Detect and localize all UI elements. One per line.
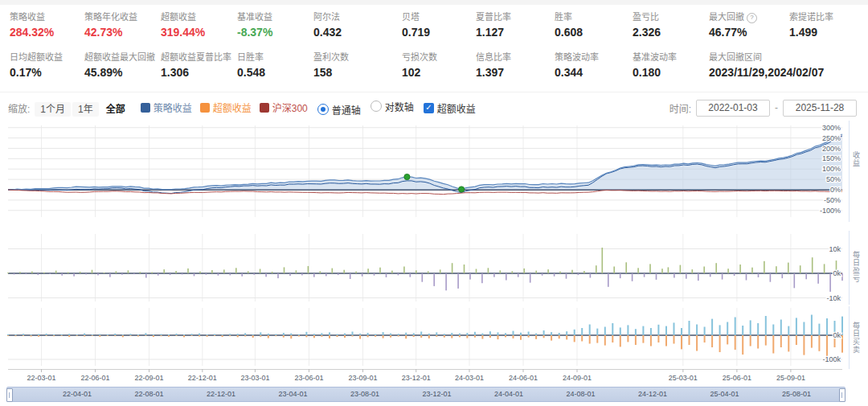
axis-mode-group: 普通轴对数轴	[308, 100, 414, 117]
zoom-button-1[interactable]: 1年	[72, 102, 99, 117]
excess-overlay-checkbox[interactable]: ✓ 超额收益	[424, 101, 476, 115]
svg-text:0k: 0k	[833, 331, 841, 339]
legend-label: 策略收益	[154, 100, 192, 114]
stat-value: 284.32%	[10, 26, 84, 39]
stats-divider	[0, 92, 868, 92]
chart-legend: 策略收益超额收益沪深300	[133, 100, 308, 115]
returns-chart-panel[interactable]: 300%250%200%150%100%50%0%-50%-100%	[0, 121, 868, 222]
time-to-input[interactable]	[783, 100, 857, 117]
slider-label-9: 25-04-01	[710, 388, 739, 401]
stat-label: 策略波动率	[555, 51, 633, 64]
legend-item-2[interactable]: 沪深300	[260, 100, 308, 114]
slider-label-7: 24-08-01	[566, 388, 595, 401]
slider-label-0: 22-04-01	[63, 388, 92, 401]
daily-trades-chart-svg[interactable]: 0k-100k	[0, 306, 868, 369]
legend-item-1[interactable]: 超额收益	[200, 100, 252, 114]
zoom-button-0[interactable]: 1个月	[35, 102, 71, 117]
stat-label: 阿尔法	[313, 10, 402, 24]
stat-label: 策略年化收益	[84, 10, 161, 24]
stat-label: 贝塔	[402, 10, 476, 24]
stat-value: 0.180	[633, 66, 709, 79]
legend-item-0[interactable]: 策略收益	[141, 100, 192, 114]
stat-label: 日胜率	[237, 51, 313, 64]
stat-row2-7: 策略波动率0.344	[555, 51, 633, 79]
stat-value: 0.719	[402, 26, 476, 39]
legend-swatch	[200, 103, 210, 113]
stat-value: 319.44%	[161, 26, 237, 39]
svg-text:-10k: -10k	[826, 294, 841, 302]
axis-mode-option-0[interactable]: 普通轴	[317, 103, 361, 117]
svg-text:22-09-01: 22-09-01	[135, 374, 164, 382]
svg-text:25-03-01: 25-03-01	[669, 374, 698, 382]
stats-row-1: 策略收益284.32%策略年化收益42.73%超额收益319.44%基准收益-8…	[0, 10, 868, 39]
daily-pnl-chart-svg[interactable]: 10k0k-10k	[0, 231, 868, 305]
stat-row1-6: 夏普比率1.127	[476, 10, 555, 39]
stats-row-2: 日均超额收益0.17%超额收益最大回撤45.89%超额收益夏普比率1.306日胜…	[0, 51, 868, 79]
time-range: 时间: -	[669, 100, 857, 117]
stat-value: 1.499	[789, 26, 868, 39]
stat-row2-8: 基准波动率0.180	[633, 51, 709, 79]
help-icon[interactable]: ?	[747, 13, 757, 23]
slider-left-handle[interactable]	[6, 388, 13, 402]
time-label: 时间:	[669, 101, 691, 115]
drawdown-marker-1[interactable]	[459, 187, 465, 192]
svg-text:22-03-01: 22-03-01	[27, 374, 56, 382]
svg-text:24-03-01: 24-03-01	[455, 374, 484, 382]
svg-text:0%: 0%	[830, 186, 841, 194]
stat-label: 超额收益最大回撤	[84, 51, 161, 64]
svg-text:22-12-01: 22-12-01	[188, 374, 217, 382]
stat-label: 夏普比率	[476, 10, 555, 24]
slider-label-10: 25-08-01	[782, 388, 811, 401]
checkbox-checked-icon: ✓	[424, 103, 434, 113]
svg-text:-100%: -100%	[820, 207, 841, 215]
radio-icon	[317, 104, 329, 115]
radio-label: 对数轴	[385, 100, 414, 113]
stat-row1-2: 超额收益319.44%	[161, 10, 237, 39]
daily-trades-axis-title: 每日买卖	[851, 322, 862, 354]
svg-text:100%: 100%	[822, 165, 841, 173]
slider-label-1: 22-08-01	[134, 388, 163, 401]
stat-row2-9: 最大回撤区间2023/11/29,2024/02/07	[709, 51, 868, 79]
stat-label: 最大回撤区间	[709, 51, 868, 64]
x-axis: 22-03-0122-06-0122-09-0122-12-0123-03-01…	[0, 369, 868, 383]
drawdown-marker-0[interactable]	[404, 174, 410, 179]
date-slider[interactable]: 22-04-0122-08-0122-12-0123-04-0123-08-01…	[6, 387, 845, 402]
stat-label: 基准收益	[237, 10, 313, 24]
daily-pnl-panel[interactable]: 10k0k-10k	[0, 231, 868, 305]
stat-value: 102	[402, 66, 476, 79]
stat-row1-3: 基准收益-8.37%	[237, 10, 313, 39]
svg-text:23-06-01: 23-06-01	[294, 374, 323, 382]
slider-label-6: 24-04-01	[494, 388, 523, 401]
slider-label-8: 24-12-01	[638, 388, 667, 401]
svg-text:23-12-01: 23-12-01	[402, 374, 431, 382]
returns-chart-svg[interactable]: 300%250%200%150%100%50%0%-50%-100%	[0, 121, 868, 222]
stat-value: 2023/11/29,2024/02/07	[709, 66, 868, 79]
zoom-button-2[interactable]: 全部	[100, 102, 131, 117]
stat-value: 0.344	[555, 66, 633, 79]
stat-label: 日均超额收益	[10, 51, 84, 64]
slider-right-handle[interactable]	[839, 388, 845, 402]
svg-text:200%: 200%	[822, 145, 841, 153]
stat-label: 盈利次数	[313, 51, 402, 64]
stat-row2-4: 盈利次数158	[313, 51, 402, 79]
slider-label-3: 23-04-01	[278, 388, 307, 401]
stat-row1-8: 盈亏比2.326	[633, 10, 709, 39]
stat-row1-10: 索提诺比率1.499	[789, 10, 868, 39]
stat-value: 0.432	[313, 26, 402, 39]
stat-value: -8.37%	[237, 26, 313, 39]
stat-row2-6: 信息比率1.397	[476, 51, 555, 79]
stat-label: 信息比率	[476, 51, 555, 64]
stat-row2-0: 日均超额收益0.17%	[10, 51, 84, 79]
stat-value: 0.608	[555, 26, 633, 39]
time-from-input[interactable]	[696, 100, 770, 117]
svg-text:50%: 50%	[826, 175, 841, 183]
legend-label: 沪深300	[272, 100, 308, 114]
slider-label-2: 22-12-01	[207, 388, 235, 401]
stat-label: 基准波动率	[633, 51, 709, 64]
slider-label-4: 23-08-01	[350, 388, 379, 401]
legend-swatch	[141, 103, 150, 113]
axis-mode-option-1[interactable]: 对数轴	[371, 100, 414, 113]
zoom-label: 缩放:	[8, 101, 30, 115]
legend-swatch	[260, 103, 269, 113]
daily-trades-panel[interactable]: 0k-100k	[0, 306, 868, 369]
